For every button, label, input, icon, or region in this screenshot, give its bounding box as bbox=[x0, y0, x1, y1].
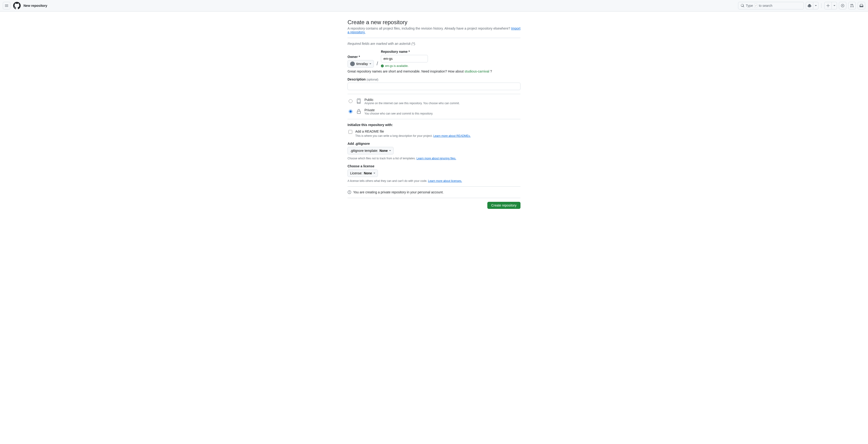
owner-value: timrafay bbox=[356, 62, 368, 66]
hamburger-icon bbox=[5, 4, 8, 7]
issue-icon bbox=[841, 4, 844, 7]
search-prefix: Type bbox=[746, 4, 753, 7]
notifications-button[interactable] bbox=[858, 2, 865, 9]
readme-label: Add a README file bbox=[355, 130, 471, 133]
plus-icon bbox=[826, 4, 830, 7]
initialize-heading: Initialize this repository with: bbox=[347, 123, 521, 127]
required-note: Required fields are marked with an aster… bbox=[347, 42, 521, 45]
license-label: Choose a license bbox=[347, 164, 521, 168]
pull-requests-button[interactable] bbox=[848, 2, 856, 9]
gitignore-prefix: .gitignore template: bbox=[350, 149, 378, 152]
gitignore-desc: Choose which files not to track from a l… bbox=[347, 157, 521, 160]
owner-avatar bbox=[350, 62, 355, 66]
search-suffix: to search bbox=[759, 4, 772, 7]
license-field: Choose a license License: None A license… bbox=[347, 164, 521, 182]
readme-learn-link[interactable]: Learn more about READMEs. bbox=[433, 134, 471, 138]
inbox-icon bbox=[860, 4, 863, 7]
page-subtitle: A repository contains all project files,… bbox=[347, 27, 521, 34]
chevron-down-icon bbox=[369, 63, 371, 64]
owner-label: Owner * bbox=[347, 55, 374, 59]
svg-rect-0 bbox=[357, 111, 361, 113]
owner-select[interactable]: timrafay bbox=[347, 60, 374, 68]
visibility-public-row[interactable]: Public Anyone on the internet can see th… bbox=[347, 98, 521, 105]
info-line: You are creating a private repository in… bbox=[347, 190, 521, 194]
slash-separator: / bbox=[376, 61, 379, 68]
readme-row[interactable]: Add a README file This is where you can … bbox=[347, 130, 521, 138]
license-learn-link[interactable]: Learn more about licenses. bbox=[428, 179, 462, 182]
copilot-dropdown[interactable] bbox=[813, 2, 818, 9]
create-repository-button[interactable]: Create repository bbox=[487, 202, 521, 209]
repo-name-input[interactable] bbox=[381, 55, 428, 62]
gitignore-select[interactable]: .gitignore template: None bbox=[347, 147, 394, 155]
github-icon bbox=[13, 2, 21, 9]
search-input[interactable]: Type / to search bbox=[738, 2, 804, 9]
search-kbd: / bbox=[754, 3, 757, 8]
chevron-down-icon bbox=[815, 5, 817, 6]
info-icon bbox=[347, 190, 351, 194]
description-input[interactable] bbox=[347, 82, 521, 90]
license-select[interactable]: License: None bbox=[347, 169, 378, 177]
visibility-private-row[interactable]: Private You choose who can see and commi… bbox=[347, 108, 521, 115]
svg-point-3 bbox=[349, 191, 349, 192]
hamburger-button[interactable] bbox=[3, 2, 10, 9]
public-desc: Anyone on the internet can see this repo… bbox=[365, 102, 460, 105]
gitignore-value: None bbox=[379, 149, 388, 152]
initialize-section: Initialize this repository with: Add a R… bbox=[347, 123, 521, 182]
license-prefix: License: bbox=[350, 171, 362, 175]
name-suggestion: Great repository names are short and mem… bbox=[347, 69, 521, 73]
divider bbox=[347, 94, 521, 94]
repo-icon bbox=[356, 98, 362, 104]
search-icon bbox=[741, 4, 744, 7]
create-new-dropdown[interactable] bbox=[832, 2, 837, 9]
main-content: Create a new repository A repository con… bbox=[344, 11, 524, 218]
gitignore-field: Add .gitignore .gitignore template: None… bbox=[347, 142, 521, 160]
description-label: Description (optional) bbox=[347, 77, 521, 81]
availability-message: em-gs is available. bbox=[381, 64, 428, 68]
gitignore-label: Add .gitignore bbox=[347, 142, 521, 145]
pull-request-icon bbox=[850, 4, 854, 7]
divider bbox=[347, 119, 521, 119]
divider bbox=[347, 38, 521, 38]
copilot-button[interactable] bbox=[806, 2, 813, 9]
github-logo[interactable] bbox=[13, 2, 21, 9]
chevron-down-icon bbox=[373, 173, 375, 174]
header-right: Type / to search bbox=[738, 2, 865, 9]
public-title: Public bbox=[365, 98, 460, 102]
owner-field: Owner * timrafay bbox=[347, 55, 374, 68]
check-circle-icon bbox=[381, 65, 384, 67]
owner-repo-row: Owner * timrafay / Repository name * em-… bbox=[347, 50, 521, 68]
chevron-down-icon bbox=[833, 5, 835, 6]
repo-name-field: Repository name * em-gs is available. bbox=[381, 50, 428, 68]
readme-checkbox[interactable] bbox=[348, 130, 352, 134]
header-divider bbox=[821, 3, 822, 8]
private-desc: You choose who can see and commit to thi… bbox=[365, 112, 433, 115]
copilot-icon bbox=[808, 4, 811, 7]
chevron-down-icon bbox=[389, 150, 391, 151]
create-new-button[interactable] bbox=[824, 2, 832, 9]
private-radio[interactable] bbox=[349, 110, 352, 113]
header-context-title[interactable]: New repository bbox=[24, 4, 47, 7]
issues-button[interactable] bbox=[839, 2, 846, 9]
private-title: Private bbox=[365, 108, 433, 112]
header-left: New repository bbox=[3, 2, 47, 9]
repo-name-label: Repository name * bbox=[381, 50, 428, 54]
lock-icon bbox=[356, 109, 362, 114]
readme-desc: This is where you can write a long descr… bbox=[355, 134, 471, 138]
license-desc: A license tells others what they can and… bbox=[347, 179, 521, 182]
info-text: You are creating a private repository in… bbox=[353, 190, 444, 194]
license-value: None bbox=[364, 171, 372, 175]
page-title: Create a new repository bbox=[347, 19, 521, 26]
gitignore-learn-link[interactable]: Learn more about ignoring files. bbox=[416, 157, 456, 160]
public-radio[interactable] bbox=[349, 99, 352, 103]
suggested-name[interactable]: studious-carnival bbox=[465, 69, 489, 73]
description-field: Description (optional) bbox=[347, 77, 521, 90]
global-header: New repository Type / to search bbox=[0, 0, 868, 11]
visibility-section: Public Anyone on the internet can see th… bbox=[347, 98, 521, 115]
submit-row: Create repository bbox=[347, 202, 521, 209]
